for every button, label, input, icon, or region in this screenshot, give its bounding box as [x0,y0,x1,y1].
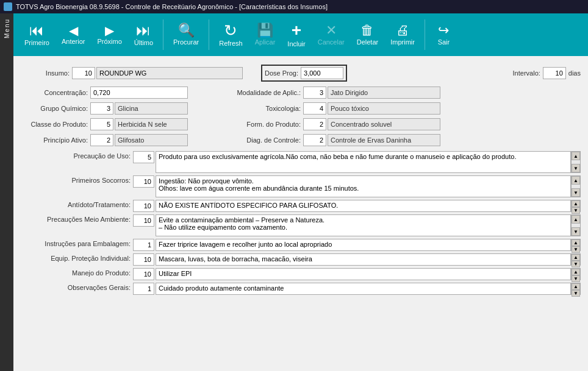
modalidade-text [328,87,440,99]
deletar-label: Deletar [357,38,378,46]
modalidade-num[interactable] [303,87,326,99]
memo-text-4[interactable]: Fazer triprice lavagem e recolher junto … [156,239,571,251]
memo-scroll-up-2[interactable]: ▲ [572,200,580,207]
memo-scroll-down-1[interactable]: ▼ [572,188,580,197]
memo-num-5[interactable] [133,253,154,266]
procurar-button[interactable]: 🔍 Procurar [168,17,204,52]
form-produto-text [328,118,440,130]
memo-label-5: Equip. Proteção Individual: [21,253,131,262]
toxicologia-num[interactable] [303,102,326,115]
memo-num-6[interactable] [133,268,154,280]
sair-icon: ↪ [438,24,449,37]
aplicar-icon: 💾 [257,24,273,37]
ultimo-label: Último [134,39,153,46]
dose-prog-box: Dose Prog: [261,65,347,82]
ultimo-button[interactable]: ⏭ Último [129,17,158,52]
memo-label-1: Primeiros Socorros: [21,175,131,184]
principio-text [115,134,188,146]
memo-scroll-up-4[interactable]: ▲ [572,239,580,246]
memo-scroll-up-5[interactable]: ▲ [572,254,580,261]
form-produto-num[interactable] [303,118,326,130]
anterior-label: Anterior [62,38,85,45]
memo-num-2[interactable] [133,200,154,212]
memo-num-7[interactable] [133,283,154,295]
dose-prog-input[interactable] [301,67,343,79]
memo-row-3: Precauções Meio Ambiente: Evite a contam… [21,214,581,236]
memo-num-4[interactable] [133,239,154,251]
grupo-num[interactable] [90,102,113,115]
insumo-name-input[interactable] [96,67,243,79]
grupo-text [115,102,188,115]
memo-text-2[interactable]: NÃO EXISTE ANTÍDOTO ESPECIFICO PARA GLIF… [156,200,571,212]
grupo-label: Grupo Químico: [21,105,88,112]
primeiro-label: Primeiro [24,39,49,46]
concentracao-input[interactable] [90,87,188,99]
classe-num[interactable] [90,118,113,130]
proximo-label: Próximo [97,38,121,45]
grupo-row: Grupo Químico: Toxicologia: [21,102,581,115]
cancelar-label: Cancelar [318,38,345,46]
intervalo-input[interactable] [543,67,566,79]
insumo-num-input[interactable] [72,67,95,79]
memo-scroll-up-3[interactable]: ▲ [572,215,580,224]
memo-text-1[interactable]: Ingestão: Não provoque vômito. Olhos: la… [156,175,571,197]
primeiro-button[interactable]: ⏮ Primeiro [20,17,54,52]
memo-scroll-down-6[interactable]: ▼ [572,275,580,282]
imprimir-icon: 🖨 [396,24,409,37]
memo-scroll-down-5[interactable]: ▼ [572,261,580,267]
incluir-button[interactable]: + Incluir [282,17,310,52]
top-form: Insumo: Dose Prog: Intervalo: dias Conce… [21,65,581,146]
memo-text-5[interactable]: Mascara, luvas, bota de borracha, macacã… [156,253,571,266]
principio-row: Princípio Ativo: Diag. de Controle: [21,134,581,146]
memo-num-1[interactable] [133,175,154,188]
memo-scroll-down-7[interactable]: ▼ [572,290,580,297]
memo-scroll-up-7[interactable]: ▲ [572,283,580,290]
memo-scroll-down-4[interactable]: ▼ [572,246,580,253]
refresh-icon: ↻ [224,23,237,38]
deletar-button[interactable]: 🗑 Deletar [352,17,383,52]
memo-scroll-7: ▲ ▼ [571,283,581,295]
memo-scroll-3: ▲ ▼ [571,214,581,236]
memo-num-0[interactable] [133,151,154,163]
memo-text-7[interactable]: Cuidado produto autamente contaminante [156,283,571,295]
memo-scroll-down-2[interactable]: ▼ [572,207,580,214]
memo-row-1: Primeiros Socorros: Ingestão: Não provoq… [21,175,581,197]
principio-label: Princípio Ativo: [21,136,88,144]
memo-text-0[interactable]: Produto para uso exclusivamente agrícola… [156,151,571,173]
proximo-button[interactable]: ▶ Próximo [92,17,126,52]
form-produto-label: Form. do Produto: [206,121,301,128]
memo-scroll-up-0[interactable]: ▲ [572,152,580,160]
sair-button[interactable]: ↪ Sair [430,17,457,52]
imprimir-label: Imprimir [390,38,415,46]
memo-scroll-0: ▲ ▼ [571,151,581,173]
memo-row-4: Instruções para Embalagem: Fazer tripric… [21,239,581,251]
procurar-label: Procurar [173,38,199,46]
memo-row-5: Equip. Proteção Individual: Mascara, luv… [21,253,581,266]
memo-scroll-up-1[interactable]: ▲ [572,176,580,185]
memo-label-7: Observações Gerais: [21,283,131,291]
principio-num[interactable] [90,134,113,146]
menu-side[interactable]: Menu [0,13,13,371]
main-content: Insumo: Dose Prog: Intervalo: dias Conce… [13,56,588,371]
refresh-button[interactable]: ↻ Refresh [214,17,248,52]
imprimir-button[interactable]: 🖨 Imprimir [385,17,420,52]
toxicologia-text [328,102,440,115]
memo-scroll-down-0[interactable]: ▼ [572,164,580,172]
aplicar-label: Aplicar [255,38,276,46]
anterior-icon: ◀ [69,24,78,37]
diag-num[interactable] [303,134,326,146]
incluir-label: Incluir [287,40,305,48]
memo-scroll-up-6[interactable]: ▲ [572,269,580,275]
memo-text-6[interactable]: Utilizar EPI [156,268,571,280]
intervalo-label: Intervalo: [513,69,540,77]
dose-prog-label: Dose Prog: [265,69,298,77]
memo-num-3[interactable] [133,214,154,227]
memo-scroll-2: ▲ ▼ [571,200,581,212]
aplicar-button[interactable]: 💾 Aplicar [250,17,281,52]
cancelar-button[interactable]: ✕ Cancelar [313,17,350,52]
memo-text-3[interactable]: Evite a contaminação ambiental – Preserv… [156,214,571,236]
anterior-button[interactable]: ◀ Anterior [57,17,90,52]
memo-row-7: Observações Gerais: Cuidado produto auta… [21,283,581,295]
memo-scroll-down-3[interactable]: ▼ [572,227,580,236]
memo-scroll-4: ▲ ▼ [571,239,581,251]
